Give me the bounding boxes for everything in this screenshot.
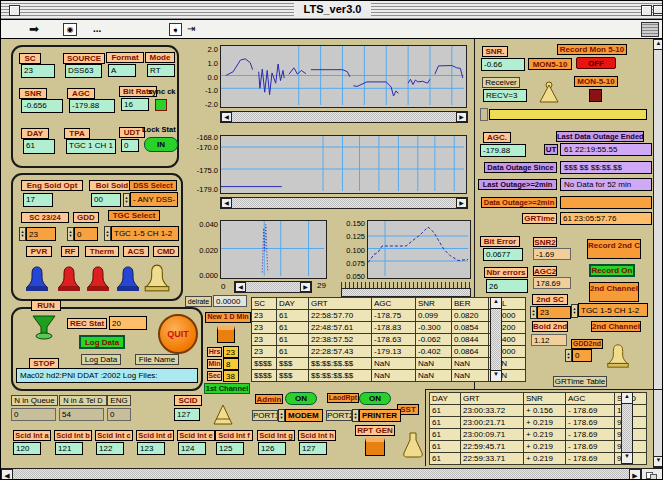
tgc-select-stepper[interactable]: ▲▼ xyxy=(104,226,111,241)
grt-table-scroll-up-icon[interactable]: ▲ xyxy=(621,392,633,404)
gdd2-stepper[interactable]: ▲▼ xyxy=(565,349,572,362)
ellipsis-icon[interactable]: ... xyxy=(93,23,101,34)
scid-int-c-field[interactable]: 122 xyxy=(96,442,124,455)
scroll-down-icon[interactable]: ▼ xyxy=(653,456,663,467)
delrate-field[interactable]: 0.0000 xyxy=(213,295,247,307)
scid-int-a-field[interactable]: 120 xyxy=(13,442,41,455)
udt-field[interactable]: 0 xyxy=(121,139,139,152)
sync-ck-led[interactable] xyxy=(155,99,167,111)
rec-stat-field[interactable]: 20 xyxy=(109,316,147,330)
scid-int-g-field[interactable]: 126 xyxy=(258,442,286,455)
snr-chart-scrollbar[interactable] xyxy=(220,111,468,123)
table-row[interactable]: 6123:00:09.71+ 0.219- 178.6998 xyxy=(430,429,647,441)
dss-select-stepper[interactable]: ▲▼ xyxy=(123,193,130,207)
gdd-field[interactable]: 0 xyxy=(74,227,98,241)
agc-chart-scroll-left-icon[interactable]: ◀ xyxy=(221,198,232,208)
scid-int-e-field[interactable]: 124 xyxy=(178,442,206,455)
scid-field[interactable]: 127 xyxy=(174,408,200,421)
mon-slider[interactable] xyxy=(489,109,647,120)
port1-stepper[interactable]: ▲▼ xyxy=(278,409,285,422)
table-row[interactable]: 236122:38:57.52-178.63-0.0620.08440.0400 xyxy=(252,334,526,346)
main-table-scroll-down-icon[interactable]: ▼ xyxy=(490,370,502,382)
mon510-button[interactable]: MON5-10 xyxy=(528,58,572,70)
scid-int-b-field[interactable]: 121 xyxy=(55,442,83,455)
mon-agc-field[interactable]: -179.88 xyxy=(480,144,526,157)
port1-field[interactable]: MODEM xyxy=(285,409,323,422)
scid-int-h-field[interactable]: 127 xyxy=(299,442,327,455)
table-row[interactable]: 236122:48:57.61-178.83-0.3000.08540.0200 xyxy=(252,322,526,334)
snr-field[interactable]: -0.656 xyxy=(21,99,63,113)
mode-field[interactable]: RT xyxy=(147,64,175,77)
snr-chart-scroll-left-icon[interactable]: ◀ xyxy=(221,112,232,122)
scid-int-f-field[interactable]: 125 xyxy=(216,442,244,455)
log-data-button[interactable]: Log Data xyxy=(79,335,125,349)
sc2324-field[interactable]: 23 xyxy=(26,227,56,241)
tgc2-field[interactable]: TGC 1-5 CH 1-2 xyxy=(578,303,648,317)
file-path-field[interactable]: Mac02 hd2:PNI DDAT :2002 Log Files: xyxy=(16,368,198,383)
new-1dmin-button[interactable] xyxy=(217,326,235,343)
agc-chart-scrollbar[interactable] xyxy=(220,197,468,209)
table-row[interactable]: $$$$$$$$$:$$:$$.$$NaNNaNNaNNaN xyxy=(252,370,526,382)
source-field[interactable]: DSS63 xyxy=(65,64,102,78)
gdd2-field[interactable]: 0 xyxy=(572,349,592,362)
table-row[interactable]: 6123:00:21.71+ 0.219- 178.6999 xyxy=(430,417,647,429)
second-sc-stepper[interactable]: ▲▼ xyxy=(530,306,537,319)
mode-icon[interactable]: ◉ xyxy=(63,23,77,36)
ber-hist-scroll-left-icon[interactable]: ◀ xyxy=(235,282,246,292)
format-field[interactable]: A xyxy=(108,64,136,77)
table-row[interactable]: 6123:00:33.72+ 0.156- 178.69100 xyxy=(430,405,647,417)
bit-rate-field[interactable]: 16 xyxy=(121,98,149,111)
off-button[interactable]: OFF xyxy=(576,57,616,69)
agc-chart-scroll-right-icon[interactable]: ▶ xyxy=(456,198,467,208)
hrs-field[interactable]: 23 xyxy=(223,346,239,358)
run-arrow-icon[interactable]: ➡ xyxy=(29,22,39,36)
rpt-gen-button[interactable] xyxy=(365,438,385,456)
connector-pane-icon[interactable] xyxy=(641,22,659,37)
laodrpt-on-button[interactable]: ON xyxy=(359,392,391,405)
admin-on-button[interactable]: ON xyxy=(285,392,317,405)
horizontal-scrollbar[interactable] xyxy=(1,468,653,480)
second-sc-field[interactable]: 23 xyxy=(537,306,571,319)
quit-button[interactable]: QUIT xyxy=(158,314,198,354)
boi-soid-opt-field[interactable]: 00 xyxy=(91,193,121,207)
eng-soid-opt-field[interactable]: 17 xyxy=(23,193,53,207)
table-row[interactable]: 6122:59:33.71+ 0.219- 178.6995 xyxy=(430,453,647,465)
tgc-select-field[interactable]: TGC 1-5 CH 1-2 xyxy=(111,226,179,241)
log-begin-icon[interactable]: ➧ xyxy=(169,23,182,36)
port2-field[interactable]: PRINTER xyxy=(359,409,401,422)
bit-error-field[interactable]: 0.0677 xyxy=(483,248,523,261)
scroll-right-icon[interactable]: ▶ xyxy=(629,469,641,480)
grt-table-scroll-down-icon[interactable]: ▼ xyxy=(621,452,633,464)
ber-trend-scrollbar[interactable] xyxy=(341,288,471,297)
agc-field[interactable]: -179.88 xyxy=(69,99,115,113)
mon-snr-field[interactable]: -0.66 xyxy=(481,58,525,71)
record-on-button[interactable]: Record On xyxy=(589,264,635,277)
run-funnel-icon[interactable] xyxy=(31,314,57,340)
sec-field[interactable]: 38 xyxy=(223,370,239,382)
table-row[interactable]: 6122:59:45.71+ 0.219- 178.6996 xyxy=(430,441,647,453)
ber-hist-scroll-right-icon[interactable]: ▶ xyxy=(300,282,311,292)
grow-box-icon[interactable] xyxy=(641,468,663,480)
close-box-icon[interactable] xyxy=(9,5,20,16)
gdd-stepper[interactable]: ▲▼ xyxy=(67,227,74,241)
table-row[interactable]: $$$$$$$$$:$$:$$.$$NaNNaNNaNNaN xyxy=(252,358,526,370)
main-table-scroll-up-icon[interactable]: ▲ xyxy=(490,297,502,309)
scid-int-d-field[interactable]: 123 xyxy=(137,442,165,455)
sc-field[interactable]: 23 xyxy=(21,64,55,78)
receiver-field[interactable]: RECV=3 xyxy=(483,89,527,102)
scroll-up-icon[interactable]: ▲ xyxy=(653,39,663,50)
min-field[interactable]: 8 xyxy=(223,358,239,370)
mon-5-10-led[interactable] xyxy=(589,89,602,102)
lock-stat-indicator[interactable]: IN xyxy=(144,137,178,152)
nbr-errors-field[interactable]: 26 xyxy=(486,279,528,293)
table-row[interactable]: 236122:28:57.43-179.13-0.4020.08640.0000 xyxy=(252,346,526,358)
collapse-box-icon[interactable] xyxy=(653,5,663,16)
snr-chart-scroll-right-icon[interactable]: ▶ xyxy=(456,112,467,122)
log-end-icon[interactable]: ⇥ xyxy=(187,23,195,34)
scroll-left-icon[interactable]: ◀ xyxy=(1,469,13,480)
table-row[interactable]: 236122:58:57.70-178.750.0990.08200.0000 xyxy=(252,310,526,322)
dss-select-field[interactable]: - ANY DSS- xyxy=(130,192,178,207)
vertical-scrollbar[interactable] xyxy=(653,39,663,468)
sc2324-stepper[interactable]: ▲▼ xyxy=(19,227,26,241)
title-bar[interactable]: LTS_ver3.0 xyxy=(1,1,663,20)
